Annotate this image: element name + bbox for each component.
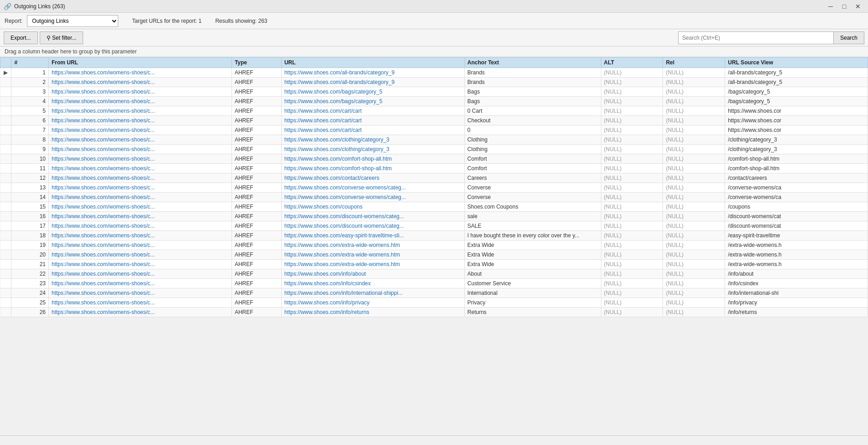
row-url[interactable]: https://www.shoes.com/extra-wide-womens.… <box>281 250 464 260</box>
row-from-url[interactable]: https://www.shoes.com/womens-shoes/c... <box>48 68 231 78</box>
row-expand[interactable] <box>0 145 11 154</box>
row-from-url[interactable]: https://www.shoes.com/womens-shoes/c... <box>48 87 231 97</box>
row-expand[interactable] <box>0 97 11 106</box>
col-header-from[interactable]: From URL <box>48 58 231 68</box>
row-expand[interactable] <box>0 116 11 126</box>
col-header-expand[interactable] <box>0 58 11 68</box>
row-url[interactable]: https://www.shoes.com/contact/careers <box>281 173 464 183</box>
row-from-url[interactable]: https://www.shoes.com/womens-shoes/c... <box>48 231 231 241</box>
row-url[interactable]: https://www.shoes.com/info/privacy <box>281 298 464 308</box>
search-button[interactable]: Search <box>833 31 864 44</box>
row-expand[interactable] <box>0 126 11 135</box>
col-header-source[interactable]: URL Source View <box>725 58 868 68</box>
col-header-rel[interactable]: Rel <box>663 58 725 68</box>
search-input[interactable] <box>678 31 833 44</box>
row-from-url[interactable]: https://www.shoes.com/womens-shoes/c... <box>48 116 231 126</box>
row-expand[interactable] <box>0 212 11 221</box>
row-url[interactable]: https://www.shoes.com/extra-wide-womens.… <box>281 241 464 250</box>
row-from-url[interactable]: https://www.shoes.com/womens-shoes/c... <box>48 269 231 279</box>
row-expand[interactable] <box>0 308 11 317</box>
row-url[interactable]: https://www.shoes.com/info/returns <box>281 308 464 317</box>
row-url[interactable]: https://www.shoes.com/cart/cart <box>281 116 464 126</box>
row-expand[interactable]: ▶ <box>0 68 11 78</box>
row-expand[interactable] <box>0 260 11 269</box>
row-expand[interactable] <box>0 154 11 164</box>
row-url[interactable]: https://www.shoes.com/converse-womens/ca… <box>281 183 464 193</box>
row-from-url[interactable]: https://www.shoes.com/womens-shoes/c... <box>48 260 231 269</box>
row-expand[interactable] <box>0 193 11 202</box>
row-from-url[interactable]: https://www.shoes.com/womens-shoes/c... <box>48 250 231 260</box>
row-expand[interactable] <box>0 87 11 97</box>
row-expand[interactable] <box>0 298 11 308</box>
row-url[interactable]: https://www.shoes.com/discount-womens/ca… <box>281 212 464 221</box>
row-from-url[interactable]: https://www.shoes.com/womens-shoes/c... <box>48 145 231 154</box>
row-url[interactable]: https://www.shoes.com/info/about <box>281 269 464 279</box>
export-button[interactable]: Export... <box>4 31 38 44</box>
row-from-url[interactable]: https://www.shoes.com/womens-shoes/c... <box>48 202 231 212</box>
row-url[interactable]: https://www.shoes.com/easy-spirit-travel… <box>281 231 464 241</box>
row-from-url[interactable]: https://www.shoes.com/womens-shoes/c... <box>48 193 231 202</box>
row-expand[interactable] <box>0 173 11 183</box>
table-wrapper[interactable]: # From URL Type URL Anchor Text ALT Rel … <box>0 57 868 435</box>
close-button[interactable]: ✕ <box>852 1 864 11</box>
report-select[interactable]: Outgoing Links Incoming Links Broken Lin… <box>27 15 118 27</box>
row-url[interactable]: https://www.shoes.com/cart/cart <box>281 126 464 135</box>
row-url[interactable]: https://www.shoes.com/cart/cart <box>281 106 464 116</box>
row-expand[interactable] <box>0 202 11 212</box>
row-url[interactable]: https://www.shoes.com/bags/category_5 <box>281 87 464 97</box>
row-url[interactable]: https://www.shoes.com/all-brands/categor… <box>281 68 464 78</box>
row-from-url[interactable]: https://www.shoes.com/womens-shoes/c... <box>48 164 231 173</box>
row-from-url[interactable]: https://www.shoes.com/womens-shoes/c... <box>48 308 231 317</box>
row-from-url[interactable]: https://www.shoes.com/womens-shoes/c... <box>48 212 231 221</box>
row-url[interactable]: https://www.shoes.com/all-brands/categor… <box>281 78 464 87</box>
col-header-type[interactable]: Type <box>231 58 281 68</box>
filter-button[interactable]: ⚲ Set filter... <box>40 31 84 44</box>
col-header-num[interactable]: # <box>11 58 49 68</box>
row-from-url[interactable]: https://www.shoes.com/womens-shoes/c... <box>48 241 231 250</box>
row-expand[interactable] <box>0 269 11 279</box>
row-from-url[interactable]: https://www.shoes.com/womens-shoes/c... <box>48 126 231 135</box>
row-expand[interactable] <box>0 183 11 193</box>
row-url[interactable]: https://www.shoes.com/discount-womens/ca… <box>281 221 464 231</box>
row-from-url[interactable]: https://www.shoes.com/womens-shoes/c... <box>48 183 231 193</box>
row-url[interactable]: https://www.shoes.com/extra-wide-womens.… <box>281 260 464 269</box>
row-from-url[interactable]: https://www.shoes.com/womens-shoes/c... <box>48 78 231 87</box>
row-from-url[interactable]: https://www.shoes.com/womens-shoes/c... <box>48 135 231 145</box>
row-from-url[interactable]: https://www.shoes.com/womens-shoes/c... <box>48 173 231 183</box>
row-url[interactable]: https://www.shoes.com/clothing/category_… <box>281 145 464 154</box>
row-expand[interactable] <box>0 106 11 116</box>
row-url[interactable]: https://www.shoes.com/converse-womens/ca… <box>281 193 464 202</box>
row-from-url[interactable]: https://www.shoes.com/womens-shoes/c... <box>48 221 231 231</box>
row-expand[interactable] <box>0 78 11 87</box>
row-expand[interactable] <box>0 135 11 145</box>
row-from-url[interactable]: https://www.shoes.com/womens-shoes/c... <box>48 288 231 298</box>
row-from-url[interactable]: https://www.shoes.com/womens-shoes/c... <box>48 154 231 164</box>
col-header-alt[interactable]: ALT <box>601 58 663 68</box>
row-url[interactable]: https://www.shoes.com/comfort-shop-all.h… <box>281 154 464 164</box>
maximize-button[interactable]: □ <box>838 1 851 11</box>
col-header-anchor[interactable]: Anchor Text <box>464 58 601 68</box>
minimize-button[interactable]: ─ <box>824 1 837 11</box>
col-header-url[interactable]: URL <box>281 58 464 68</box>
row-expand[interactable] <box>0 250 11 260</box>
row-url[interactable]: https://www.shoes.com/bags/category_5 <box>281 97 464 106</box>
row-url[interactable]: https://www.shoes.com/comfort-shop-all.h… <box>281 164 464 173</box>
row-url[interactable]: https://www.shoes.com/clothing/category_… <box>281 135 464 145</box>
row-from-url[interactable]: https://www.shoes.com/womens-shoes/c... <box>48 97 231 106</box>
row-expand[interactable] <box>0 241 11 250</box>
row-expand[interactable] <box>0 221 11 231</box>
row-num: 6 <box>11 116 49 126</box>
row-expand[interactable] <box>0 231 11 241</box>
row-expand[interactable] <box>0 164 11 173</box>
row-url[interactable]: https://www.shoes.com/coupons <box>281 202 464 212</box>
row-url[interactable]: https://www.shoes.com/info/csindex <box>281 279 464 288</box>
row-from-url[interactable]: https://www.shoes.com/womens-shoes/c... <box>48 298 231 308</box>
data-table: # From URL Type URL Anchor Text ALT Rel … <box>0 57 868 317</box>
row-expand[interactable] <box>0 288 11 298</box>
scrollbar-bottom[interactable] <box>0 435 868 444</box>
row-url[interactable]: https://www.shoes.com/info/international… <box>281 288 464 298</box>
row-num: 1 <box>11 68 49 78</box>
row-from-url[interactable]: https://www.shoes.com/womens-shoes/c... <box>48 106 231 116</box>
row-expand[interactable] <box>0 279 11 288</box>
row-from-url[interactable]: https://www.shoes.com/womens-shoes/c... <box>48 279 231 288</box>
